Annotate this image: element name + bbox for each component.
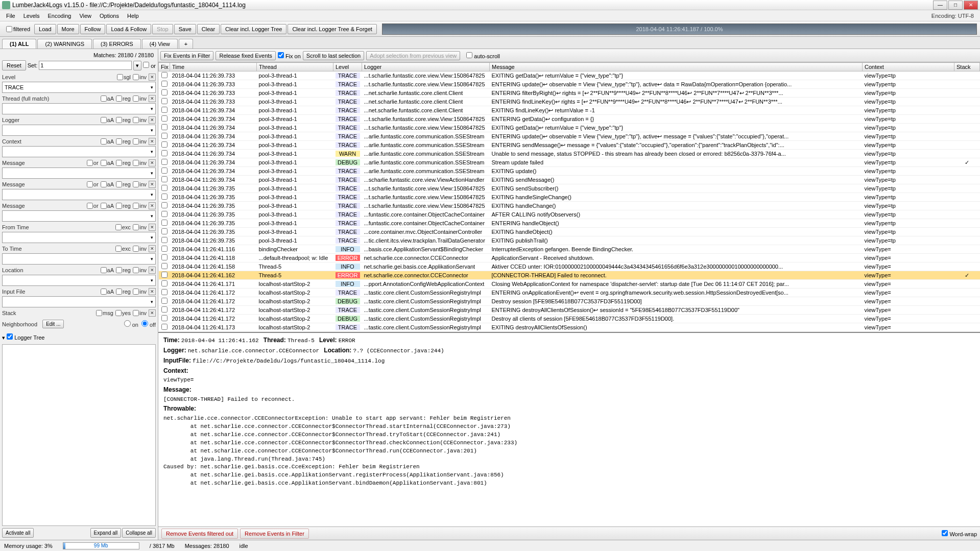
thread-aA[interactable]: aA (101, 95, 114, 102)
menu-file[interactable]: File (2, 11, 19, 20)
table-row[interactable]: 2018-04-04 11:26:39.734pool-3-thread-1DE… (159, 158, 980, 167)
column-header[interactable]: Thread (257, 63, 333, 71)
table-row[interactable]: 2018-04-04 11:26:39.733pool-3-thread-1TR… (159, 98, 980, 106)
tree-toggle[interactable]: ▾ (2, 334, 7, 341)
column-header[interactable]: Level (333, 63, 362, 71)
column-header[interactable]: Logger (362, 63, 490, 71)
logger-tree-checkbox[interactable]: Logger Tree (7, 334, 44, 341)
clear-incl-button[interactable]: Clear incl. Logger Tree (221, 24, 286, 34)
tab[interactable]: (3) ERRORS (93, 39, 141, 49)
table-row[interactable]: 2018-04-04 11:26:41.116bindingCheckerINF… (159, 245, 980, 254)
message-input[interactable]: ▾ (2, 210, 156, 222)
menu-options[interactable]: Options (95, 11, 123, 20)
stack-yes[interactable]: yes (115, 309, 131, 317)
table-row[interactable]: 2018-04-04 11:26:39.735pool-3-thread-1TR… (159, 236, 980, 245)
column-header[interactable]: Context (863, 63, 954, 71)
logger-tree[interactable] (2, 344, 156, 526)
context-reg[interactable]: reg (116, 138, 131, 145)
table-row[interactable]: 2018-04-04 11:26:39.735pool-3-thread-1TR… (159, 202, 980, 210)
logger-aA[interactable]: aA (101, 116, 114, 124)
logger-inv[interactable]: inv (133, 116, 147, 124)
column-header[interactable]: Stack (954, 63, 980, 71)
column-header[interactable]: Message (490, 63, 863, 71)
table-row[interactable]: 2018-04-04 11:26:39.734pool-3-thread-1TR… (159, 124, 980, 132)
reset-button[interactable]: Reset (2, 60, 26, 70)
column-header[interactable]: Fix (159, 63, 170, 71)
message-aA[interactable]: aA (101, 181, 114, 188)
input_file-clear[interactable]: ✕ (149, 288, 156, 295)
context-input[interactable]: ▾ (2, 146, 156, 157)
level-inv[interactable]: inv (133, 74, 147, 81)
to_time-clear[interactable]: ✕ (149, 245, 156, 252)
filtered-checkbox[interactable]: filtered (3, 26, 33, 32)
message-input[interactable]: ▾ (2, 189, 156, 200)
from_time-exc[interactable]: exc (115, 224, 131, 231)
table-row[interactable]: 2018-04-04 11:26:41.162Thread-5ERRORnet.… (159, 271, 980, 280)
table-row[interactable]: 2018-04-04 11:26:41.158Thread-5INFOnet.s… (159, 262, 980, 271)
table-row[interactable]: 2018-04-04 11:26:39.734pool-3-thread-1TR… (159, 141, 980, 150)
message-inv[interactable]: inv (133, 202, 147, 209)
table-row[interactable]: 2018-04-04 11:26:41.172localhost-startSt… (159, 289, 980, 297)
table-row[interactable]: 2018-04-04 11:26:39.735pool-3-thread-1TR… (159, 193, 980, 202)
table-row[interactable]: 2018-04-04 11:26:39.733pool-3-thread-1TR… (159, 71, 980, 80)
message-or[interactable]: or (87, 159, 99, 166)
message-inv[interactable]: inv (133, 159, 147, 166)
context-aA[interactable]: aA (101, 138, 114, 145)
stack-clear[interactable]: ✕ (149, 309, 156, 317)
close-button[interactable]: ✕ (964, 1, 978, 10)
clear-incl-forget-button[interactable]: Clear incl. Logger Tree & Forget (288, 24, 377, 34)
tab-add[interactable]: + (179, 39, 193, 49)
table-row[interactable]: 2018-04-04 11:26:41.173localhost-startSt… (159, 323, 980, 332)
table-row[interactable]: 2018-04-04 11:26:41.172localhost-startSt… (159, 306, 980, 315)
menu-encoding[interactable]: Encoding (44, 11, 76, 20)
follow-button[interactable]: Follow (80, 24, 106, 34)
expand-all-button[interactable]: Expand all (90, 528, 122, 538)
neighborhood-edit[interactable]: Edit ... (42, 320, 64, 328)
level-sgl[interactable]: sgl (117, 74, 131, 81)
table-row[interactable]: 2018-04-04 11:26:39.733pool-3-thread-1TR… (159, 80, 980, 89)
stack-inv[interactable]: inv (133, 309, 147, 317)
fix-events-button[interactable]: Fix Events in Filter (160, 51, 213, 60)
message-reg[interactable]: reg (116, 159, 131, 166)
context-inv[interactable]: inv (133, 138, 147, 145)
message-clear[interactable]: ✕ (149, 202, 156, 209)
location-inv[interactable]: inv (133, 267, 147, 274)
message-inv[interactable]: inv (133, 181, 147, 188)
tab[interactable]: (1) ALL (2, 39, 36, 49)
table-row[interactable]: 2018-04-04 11:26:39.734pool-3-thread-1TR… (159, 176, 980, 184)
adopt-selection-button[interactable]: Adopt selection from previous view (366, 51, 460, 60)
input_file-input[interactable]: ▾ (2, 296, 156, 307)
table-row[interactable]: 2018-04-04 11:26:39.735pool-3-thread-1TR… (159, 219, 980, 228)
table-row[interactable]: 2018-04-04 11:26:39.734pool-3-thread-1WA… (159, 150, 980, 158)
table-row[interactable]: 2018-04-04 11:26:39.734pool-3-thread-1TR… (159, 132, 980, 141)
remove-filtered-out-button[interactable]: Remove Events filtered out (161, 529, 238, 539)
fix-on-checkbox[interactable]: Fix on (278, 52, 301, 59)
logger-input[interactable]: ▾ (2, 125, 156, 136)
message-reg[interactable]: reg (116, 202, 131, 209)
location-reg[interactable]: reg (116, 267, 131, 274)
message-aA[interactable]: aA (101, 202, 114, 209)
message-or[interactable]: or (87, 202, 99, 209)
location-aA[interactable]: aA (101, 267, 114, 274)
message-aA[interactable]: aA (101, 159, 114, 166)
table-row[interactable]: 2018-04-04 11:26:41.172localhost-startSt… (159, 315, 980, 323)
input_file-reg[interactable]: reg (116, 288, 131, 295)
scroll-last-button[interactable]: Scroll to last selection (303, 51, 364, 60)
activate-all-button[interactable]: Activate all (2, 528, 34, 538)
table-row[interactable]: 2018-04-04 11:26:39.734pool-3-thread-1TR… (159, 106, 980, 115)
context-clear[interactable]: ✕ (149, 138, 156, 145)
table-row[interactable]: 2018-04-04 11:26:39.735pool-3-thread-1TR… (159, 210, 980, 219)
menu-view[interactable]: View (75, 11, 95, 20)
to_time-inv[interactable]: inv (133, 245, 147, 252)
from_time-clear[interactable]: ✕ (149, 224, 156, 231)
table-row[interactable]: 2018-04-04 11:26:39.735pool-3-thread-1TR… (159, 184, 980, 193)
message-clear[interactable]: ✕ (149, 159, 156, 166)
log-table-wrap[interactable]: FixTimeThreadLevelLoggerMessageContextSt… (158, 62, 980, 333)
from_time-input[interactable]: ▾ (2, 232, 156, 243)
table-row[interactable]: 2018-04-04 11:26:41.171localhost-startSt… (159, 280, 980, 289)
tab[interactable]: (4) View (142, 39, 178, 49)
table-row[interactable]: 2018-04-04 11:26:39.733pool-3-thread-1TR… (159, 89, 980, 98)
maximize-button[interactable]: □ (948, 1, 963, 10)
wordwrap-checkbox[interactable]: Word-wrap (942, 530, 977, 537)
logger-reg[interactable]: reg (116, 116, 131, 124)
